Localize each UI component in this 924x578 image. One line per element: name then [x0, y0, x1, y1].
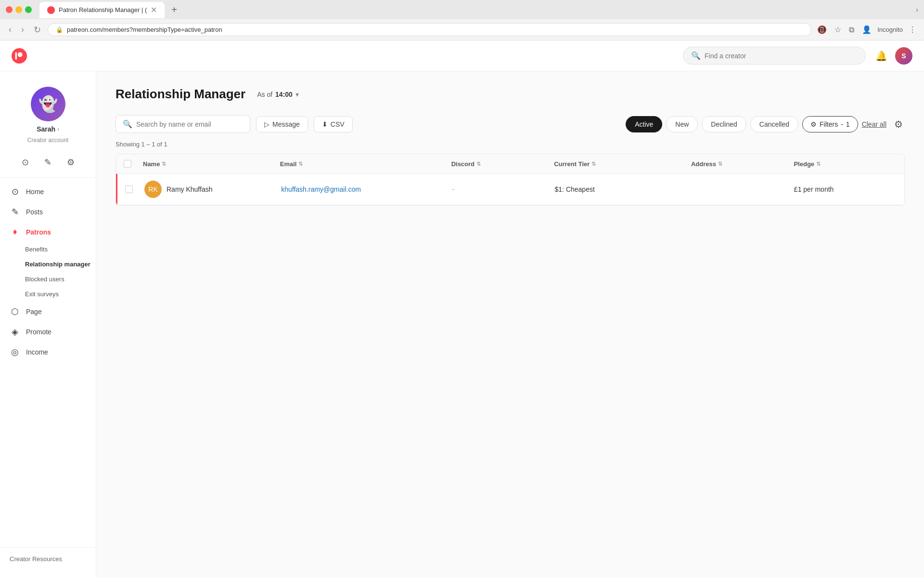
as-of-label: As of	[257, 91, 272, 98]
sidebar-item-patrons-label: Patrons	[26, 228, 51, 236]
income-icon: ◎	[10, 347, 20, 357]
menu-icon[interactable]: ⋮	[907, 23, 918, 36]
patron-avatar: RK	[144, 181, 162, 198]
patron-search-input[interactable]	[136, 120, 243, 128]
csv-download-icon: ⬇	[322, 120, 328, 128]
creator-search-bar[interactable]: 🔍	[683, 47, 866, 65]
new-filter-button[interactable]: New	[666, 116, 698, 132]
patreon-logo-icon	[12, 48, 27, 64]
patron-email-link[interactable]: khuffash.ramy@gmail.com	[281, 185, 361, 193]
sidebar-avatar: 👻	[31, 87, 65, 121]
view-page-button[interactable]: ⊙	[20, 155, 31, 170]
filters-button[interactable]: ⚙ Filters - 1	[802, 116, 858, 132]
declined-filter-button[interactable]: Declined	[702, 116, 746, 132]
header-discord[interactable]: Discord ⇅	[451, 160, 554, 168]
name-sort-icon: ⇅	[162, 161, 166, 167]
posts-icon: ✎	[10, 207, 20, 217]
browser-tab-active[interactable]: Patron Relationship Manager | ( ✕	[39, 2, 165, 18]
reload-button[interactable]: ↻	[31, 23, 44, 37]
header-pledge[interactable]: Pledge ⇅	[794, 160, 897, 168]
minimize-dot[interactable]	[15, 6, 22, 13]
csv-button[interactable]: ⬇ CSV	[314, 116, 353, 132]
extensions-icon[interactable]: ⧉	[847, 24, 856, 36]
patron-email-cell: khuffash.ramy@gmail.com	[281, 185, 452, 193]
table-header: Name ⇅ Email ⇅ Discord ⇅ Current Tier ⇅	[116, 154, 904, 174]
browser-toolbar: ‹ › ↻ 🔒 patreon.com/members?membershipTy…	[0, 19, 924, 40]
tab-close-icon[interactable]: ✕	[151, 5, 157, 14]
edit-button[interactable]: ✎	[42, 155, 53, 170]
sidebar-item-posts-label: Posts	[26, 208, 43, 216]
sidebar-item-page[interactable]: ⬡ Page	[0, 302, 96, 322]
camera-off-icon[interactable]: 📵	[815, 23, 829, 36]
sidebar-item-blocked-users[interactable]: Blocked users	[25, 272, 96, 287]
sidebar-item-patrons[interactable]: ♦ Patrons	[0, 222, 96, 242]
table-row[interactable]: RK Ramy Khuffash khuffash.ramy@gmail.com…	[116, 174, 904, 205]
tab-title: Patron Relationship Manager | (	[59, 6, 147, 13]
sidebar-item-home[interactable]: ⊙ Home	[0, 182, 96, 202]
search-icon: 🔍	[691, 51, 701, 60]
filters-badge: 1	[846, 120, 850, 128]
browser-dots	[6, 6, 32, 13]
header-address[interactable]: Address ⇅	[691, 160, 794, 168]
active-filter-button[interactable]: Active	[626, 116, 662, 132]
sidebar-creator-resources[interactable]: Creator Resources	[0, 547, 96, 570]
sidebar: 👻 Sarah › Creator account ⊙ ✎ ⚙ ⊙ Home	[0, 71, 96, 578]
patron-name-cell: RK Ramy Khuffash	[144, 181, 281, 198]
message-button[interactable]: ▷ Message	[256, 116, 308, 132]
profile-icon[interactable]: 👤	[860, 23, 873, 36]
patron-search-box[interactable]: 🔍	[116, 115, 250, 133]
promote-icon: ◈	[10, 327, 20, 337]
sidebar-item-benefits[interactable]: Benefits	[25, 242, 96, 257]
patrons-table: Name ⇅ Email ⇅ Discord ⇅ Current Tier ⇅	[116, 154, 905, 206]
header-checkbox-cell[interactable]	[124, 160, 143, 168]
user-avatar[interactable]: S	[895, 47, 912, 65]
sidebar-quick-actions: ⊙ ✎ ⚙	[0, 151, 96, 173]
sidebar-item-promote[interactable]: ◈ Promote	[0, 322, 96, 342]
bell-icon: 🔔	[875, 51, 887, 61]
sidebar-item-exit-surveys[interactable]: Exit surveys	[25, 287, 96, 302]
sidebar-item-promote-label: Promote	[26, 328, 51, 336]
sidebar-item-income[interactable]: ◎ Income	[0, 342, 96, 362]
bookmark-icon[interactable]: ☆	[833, 23, 843, 36]
sidebar-item-posts[interactable]: ✎ Posts	[0, 202, 96, 222]
back-button[interactable]: ‹	[6, 23, 14, 37]
close-dot[interactable]	[6, 6, 13, 13]
notification-button[interactable]: 🔔	[875, 50, 887, 62]
home-icon: ⊙	[10, 186, 20, 197]
address-bar[interactable]: 🔒 patreon.com/members?membershipType=act…	[48, 23, 811, 36]
maximize-dot[interactable]	[25, 6, 32, 13]
browser-actions: 📵 ☆ ⧉ 👤 Incognito ⋮	[815, 23, 918, 36]
browser-titlebar: Patron Relationship Manager | ( ✕ + ›	[0, 0, 924, 19]
settings-button[interactable]: ⚙	[65, 155, 77, 170]
page-icon: ⬡	[10, 306, 20, 317]
table-settings-button[interactable]: ⚙	[892, 117, 905, 132]
row-checkbox[interactable]	[125, 185, 133, 193]
creator-search-input[interactable]	[705, 52, 858, 60]
svg-text:RK: RK	[148, 185, 158, 193]
header-name[interactable]: Name ⇅	[143, 160, 280, 168]
header-tier[interactable]: Current Tier ⇅	[554, 160, 691, 168]
page-title: Relationship Manager	[116, 87, 245, 102]
svg-rect-1	[15, 52, 17, 59]
row-checkbox-cell[interactable]	[125, 185, 144, 193]
logo[interactable]	[12, 48, 27, 64]
as-of-selector[interactable]: As of 14:00 ▾	[253, 89, 303, 100]
clear-all-button[interactable]: Clear all	[862, 120, 886, 128]
incognito-label: Incognito	[877, 26, 903, 33]
page-header: Relationship Manager As of 14:00 ▾	[116, 87, 905, 102]
patron-discord-cell: -	[452, 185, 554, 193]
pledge-sort-icon: ⇅	[816, 161, 821, 167]
sidebar-item-relationship-manager[interactable]: Relationship manager	[25, 257, 96, 272]
sidebar-user: 👻 Sarah › Creator account	[0, 79, 96, 151]
sidebar-user-name[interactable]: Sarah ›	[37, 125, 59, 133]
header-email[interactable]: Email ⇅	[280, 160, 451, 168]
new-tab-button[interactable]: +	[166, 1, 183, 18]
sidebar-item-page-label: Page	[26, 308, 42, 315]
filters-icon: ⚙	[810, 120, 817, 128]
cancelled-filter-button[interactable]: Cancelled	[750, 116, 798, 132]
forward-button[interactable]: ›	[18, 23, 27, 37]
select-all-checkbox[interactable]	[124, 160, 131, 168]
sidebar-user-role: Creator account	[27, 137, 68, 144]
sidebar-sub-nav: Benefits Relationship manager Blocked us…	[0, 242, 96, 302]
discord-sort-icon: ⇅	[476, 161, 481, 167]
